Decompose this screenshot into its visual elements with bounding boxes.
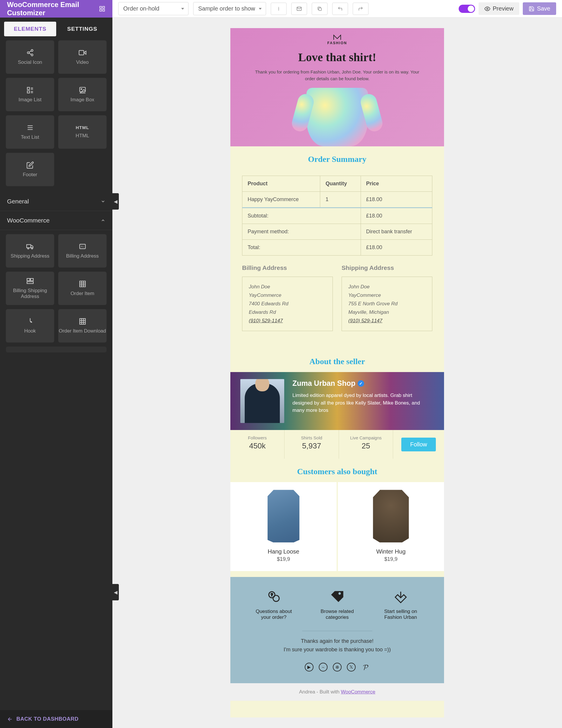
stat-label: Followers [233, 435, 281, 440]
info-button[interactable] [271, 3, 287, 15]
back-label: BACK TO DASHBOARD [16, 716, 78, 722]
messenger-icon[interactable]: ~ [319, 663, 328, 672]
section-label: WooCommerce [7, 217, 49, 224]
element-billing-shipping-address[interactable]: Billing Shipping Address [6, 272, 54, 305]
svg-rect-3 [103, 9, 104, 11]
undo-button[interactable] [332, 3, 348, 15]
element-label: Social Icon [18, 59, 42, 65]
svg-point-4 [278, 8, 279, 9]
section-general[interactable]: General [0, 192, 112, 211]
chat-icon: ? [266, 590, 281, 604]
preview-button[interactable]: Preview [479, 2, 519, 15]
copy-button[interactable] [312, 3, 328, 15]
element-label: Image Box [71, 97, 94, 103]
shipping-line1: 755 E North Grove Rd [348, 300, 426, 308]
stat-value: 5,937 [287, 441, 335, 450]
element-label: Order Item [71, 291, 94, 297]
section-woocommerce[interactable]: WooCommerce [0, 211, 112, 230]
save-button[interactable]: Save [523, 2, 556, 15]
element-social-icon[interactable]: Social Icon [6, 40, 54, 74]
billing-address: John Doe YayCommerce 7400 Edwards Rd Edw… [242, 277, 333, 331]
shipping-phone[interactable]: (910) 529-1147 [348, 317, 426, 325]
youtube-icon[interactable]: ▶ [305, 663, 313, 672]
svg-rect-8 [319, 8, 321, 11]
svg-rect-29 [27, 244, 31, 248]
footer-link-browse[interactable]: Browse related categories [314, 590, 361, 620]
web-icon[interactable]: ⊕ [333, 663, 342, 672]
tab-elements[interactable]: ELEMENTS [4, 22, 56, 36]
element-text-list[interactable]: Text List [6, 115, 54, 149]
element-image-list[interactable]: Image List [6, 78, 54, 111]
element-billing-address[interactable]: A↓Billing Address [58, 234, 107, 268]
redo-button[interactable] [353, 3, 369, 15]
chevron-down-icon [101, 199, 105, 204]
svg-rect-37 [80, 281, 85, 287]
preview-toggle[interactable] [459, 5, 475, 13]
handshake-icon [393, 590, 408, 604]
svg-point-49 [273, 595, 279, 602]
back-to-dashboard[interactable]: BACK TO DASHBOARD [0, 710, 112, 728]
order-status-select[interactable]: Order on-hold [118, 2, 189, 15]
tab-settings[interactable]: SETTINGS [56, 22, 108, 36]
element-label: Hook [24, 328, 36, 334]
billing-phone[interactable]: (910) 529-1147 [249, 317, 326, 325]
collapse-sidebar[interactable]: ◀ [112, 193, 119, 210]
footer-message: Thanks again for the purchase! I'm sure … [242, 637, 432, 654]
element-label: Image List [18, 97, 41, 103]
mail-button[interactable] [291, 3, 307, 15]
product-card[interactable]: Hang Loose $19,9 [230, 482, 337, 571]
billing-title: Billing Address [242, 264, 333, 271]
item-price: £18.00 [361, 192, 432, 208]
dashboard-icon[interactable] [99, 6, 105, 12]
svg-marker-15 [84, 51, 86, 54]
twitter-icon[interactable]: 𝕏 [347, 663, 356, 672]
svg-point-10 [31, 49, 33, 52]
product-price: $19,9 [236, 556, 331, 562]
svg-rect-16 [79, 50, 84, 55]
svg-rect-0 [100, 6, 102, 8]
pinterest-icon[interactable]: 𝓟 [361, 663, 370, 672]
share-icon [26, 49, 34, 56]
seller-avatar [240, 379, 284, 423]
also-bought-title: Customers also bought [230, 459, 444, 482]
woocommerce-link[interactable]: WooCommerce [341, 689, 375, 695]
email-hero: FASHION Love that shirt! Thank you for o… [230, 28, 444, 146]
total-value: £18.00 [361, 240, 432, 256]
collapse-sidebar-2[interactable]: ◀ [112, 584, 119, 600]
element-label: HTML [76, 133, 89, 139]
stat-label: Shirts Sold [287, 435, 335, 440]
order-table: Product Quantity Price Happy YayCommerce… [242, 176, 432, 256]
combined-address-icon [26, 277, 34, 285]
element-label: Billing Shipping Address [6, 288, 54, 300]
footer-link-sell[interactable]: Start selling on Fashion Urban [377, 590, 424, 620]
element-html[interactable]: HTMLHTML [58, 115, 107, 149]
hook-icon [26, 318, 34, 325]
divider [302, 631, 372, 631]
product-hero-image [306, 88, 368, 146]
seller-name-row: Zuma Urban Shop ✓ [292, 379, 427, 388]
element-label: Footer [23, 172, 37, 178]
element-order-item-download[interactable]: Order Item Download [58, 309, 107, 342]
video-icon [79, 49, 86, 56]
element-order-item[interactable]: Order Item [58, 272, 107, 305]
footer-msg-2: I'm sure your wardrobe is thanking you t… [242, 645, 432, 654]
sample-order-select[interactable]: Sample order to show [193, 2, 266, 15]
svg-rect-35 [30, 278, 33, 281]
seller-stats: Followers450k Shirts Sold5,937 Live Camp… [230, 430, 444, 459]
product-card[interactable]: Winter Hug $19,9 [338, 482, 444, 571]
follow-button[interactable]: Follow [401, 438, 436, 451]
footer-link-questions[interactable]: ? Questions about your order? [250, 590, 297, 620]
svg-line-13 [29, 53, 31, 54]
shipping-address: John Doe YayCommerce 755 E North Grove R… [342, 277, 432, 331]
svg-point-9 [487, 8, 488, 9]
truck-icon [26, 243, 34, 250]
element-shipping-address[interactable]: Shipping Address [6, 234, 54, 268]
element-image-box[interactable]: Image Box [58, 78, 107, 111]
stat-label: Live Campaigns [342, 435, 390, 440]
element-video[interactable]: Video [58, 40, 107, 74]
element-partial[interactable] [6, 347, 107, 352]
element-hook[interactable]: Hook [6, 309, 54, 342]
element-label: Shipping Address [11, 253, 49, 259]
save-label: Save [537, 5, 550, 12]
element-footer[interactable]: Footer [6, 153, 54, 186]
